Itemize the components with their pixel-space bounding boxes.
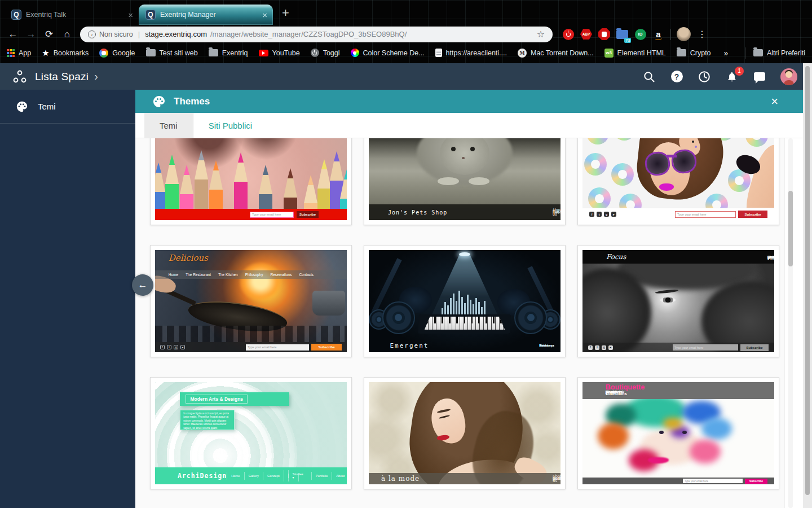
home-button[interactable]: ⌂ xyxy=(60,27,74,42)
spaces-icon xyxy=(12,69,27,84)
left-arrow-icon: ← xyxy=(138,279,148,291)
site-nav-bar: à la mode homeabout usgallery portfolioc… xyxy=(369,473,561,484)
other-bookmarks-folder[interactable]: Altri Preferiti xyxy=(753,49,805,57)
close-panel-icon[interactable]: × xyxy=(771,95,778,108)
site-nav: HomeGalleryConcept Studies ▾ PortfolioAb… xyxy=(227,470,347,481)
tab-exentriq-talk[interactable]: Q Exentriq Talk × xyxy=(5,5,139,25)
bookmark-google[interactable]: Google xyxy=(99,49,135,58)
site-nav-bar: Focus HomeAboutGallery Portfolio ▾ Studi… xyxy=(582,250,774,264)
subscribe-button: Subscribe xyxy=(740,344,769,351)
extensions-area: ABP 7d ID a xyxy=(562,28,665,41)
theme-card-fashion[interactable]: f t g ► Type your email here Subscribe xyxy=(577,138,779,225)
new-tab-button[interactable]: + xyxy=(282,7,289,19)
theme-preview-emergent: Emergent HomeAboutReleases PicturesTours… xyxy=(369,250,561,352)
sidebar-item-temi[interactable]: Temi xyxy=(0,90,135,124)
toggl-icon xyxy=(311,49,319,57)
sessions-extension-icon[interactable]: 7d xyxy=(616,28,629,41)
bookmark-test-siti-web[interactable]: Test siti web xyxy=(146,49,198,57)
bookmark-bookmarks[interactable]: ★Bookmarks xyxy=(42,48,89,58)
star-icon: ★ xyxy=(42,48,49,58)
theme-card-pencils[interactable]: Type your email here Subscribe xyxy=(150,138,352,225)
bookmark-areaclienti[interactable]: https://areaclienti.... xyxy=(435,49,507,57)
page-title[interactable]: Lista Spazi xyxy=(35,71,89,83)
folder-icon xyxy=(753,49,763,56)
url-separator: | xyxy=(138,30,140,38)
browser-profile-avatar[interactable] xyxy=(677,27,691,41)
youtube-icon: ► xyxy=(180,345,185,349)
browser-menu-icon[interactable]: ⋮ xyxy=(698,29,707,40)
tab-exentriq-manager[interactable]: Q Exentriq Manager × xyxy=(139,5,273,25)
bookmarks-overflow-icon[interactable]: » xyxy=(724,49,729,58)
bookmark-crypto[interactable]: Crypto xyxy=(677,49,711,57)
search-icon[interactable] xyxy=(642,70,656,84)
site-logo: Focus xyxy=(606,253,626,261)
bookmark-color-scheme[interactable]: Color Scheme De... xyxy=(351,49,425,57)
bookmarks-bar: App ★Bookmarks Google Test siti web Exen… xyxy=(0,43,812,62)
theme-preview-focus: Focus HomeAboutGallery Portfolio ▾ Studi… xyxy=(582,250,774,352)
adblock-plus-extension-icon[interactable]: ABP xyxy=(580,28,593,41)
site-logo: Delicious xyxy=(169,253,208,263)
theme-card-archidesign[interactable]: Modern Arts & Designs In congue ligula a… xyxy=(150,377,352,489)
tab-temi[interactable]: Temi xyxy=(144,113,193,138)
chat-icon[interactable] xyxy=(753,70,766,84)
theme-card-a-la-mode[interactable]: à la mode homeabout usgallery portfolioc… xyxy=(364,377,566,489)
facebook-icon: f xyxy=(589,212,594,217)
theme-preview-a-la-mode: à la mode homeabout usgallery portfolioc… xyxy=(369,382,561,484)
close-tab-icon[interactable]: × xyxy=(128,10,133,20)
site-nav-bar: Boutiquette Home Collections ▾ LookbookA… xyxy=(582,382,774,399)
forward-button[interactable]: → xyxy=(24,27,38,42)
history-clock-icon[interactable] xyxy=(698,70,711,84)
address-bar[interactable]: i Non sicuro | stage.exentriq.com/manage… xyxy=(80,27,553,42)
browser-toolbar: ← → ⟳ ⌂ i Non sicuro | stage.exentriq.co… xyxy=(0,25,812,43)
bookmark-youtube[interactable]: YouTube xyxy=(259,49,300,57)
folder-icon xyxy=(677,49,686,56)
notifications-bell-icon[interactable]: 1 xyxy=(725,70,739,84)
theme-card-boutiquette[interactable]: Boutiquette Home Collections ▾ LookbookA… xyxy=(577,377,779,489)
email-input: Type your email here xyxy=(683,479,743,483)
twitter-icon: t xyxy=(167,345,171,349)
google-icon xyxy=(99,49,108,58)
m-badge-icon: M xyxy=(518,49,527,58)
tab-strip: Q Exentriq Talk × Q Exentriq Manager × + xyxy=(0,0,812,25)
theme-card-emergent[interactable]: Emergent HomeAboutReleases PicturesTours… xyxy=(364,245,566,357)
blocker-hand-extension-icon[interactable] xyxy=(598,28,611,41)
bookmark-apps[interactable]: App xyxy=(7,49,31,57)
bookmark-toggl[interactable]: Toggl xyxy=(311,49,340,57)
chevron-right-icon[interactable]: › xyxy=(94,70,98,83)
help-icon[interactable]: ? xyxy=(670,70,683,84)
palette-icon xyxy=(16,100,28,113)
bookmark-star-icon[interactable]: ☆ xyxy=(537,29,545,40)
w3-badge-icon: w3 xyxy=(604,49,614,58)
app-header: Lista Spazi › ? 1 xyxy=(0,63,812,90)
info-icon[interactable]: i xyxy=(88,30,96,38)
bookmark-exentriq[interactable]: Exentriq xyxy=(209,49,248,57)
reload-button[interactable]: ⟳ xyxy=(42,27,56,42)
newsletter-bar: f t g ► Type your email here Subscribe xyxy=(155,342,347,352)
twitter-icon: t xyxy=(597,212,602,217)
dropdown-icon: ▾ xyxy=(288,474,299,481)
googleplus-icon: g xyxy=(174,345,178,349)
close-tab-icon[interactable]: × xyxy=(262,10,267,20)
oneid-extension-icon[interactable]: ID xyxy=(634,28,647,41)
youtube-icon xyxy=(259,50,268,56)
theme-card-focus[interactable]: Focus HomeAboutGallery Portfolio ▾ Studi… xyxy=(577,245,779,357)
email-input: Type your email here xyxy=(675,211,736,218)
page-scrollbar-track[interactable] xyxy=(803,63,812,508)
newsletter-bar: f t g ► Type your email here Subscribe xyxy=(582,343,774,352)
tab-title: Exentriq Talk xyxy=(26,11,123,19)
back-button[interactable]: ← xyxy=(6,27,20,42)
power-extension-icon[interactable] xyxy=(562,28,575,41)
theme-card-delicious[interactable]: Delicious HomeThe RestaurantThe Kitchen … xyxy=(150,245,352,357)
themes-grid: Type your email here Subscribe Jo xyxy=(135,138,785,508)
email-input: Type your email here xyxy=(246,344,309,351)
tab-siti-pubblici[interactable]: Siti Pubblici xyxy=(193,113,268,138)
collapse-panel-button[interactable]: ← xyxy=(132,274,153,296)
bookmark-mac-torrent[interactable]: MMac Torrent Down... xyxy=(518,49,594,58)
amazon-extension-icon[interactable]: a xyxy=(652,28,665,41)
bookmark-elementi-html[interactable]: w3Elementi HTML xyxy=(604,49,666,58)
theme-card-pets-shop[interactable]: Jon's Pets Shop HomeAbout UsFAQ xyxy=(364,138,566,225)
user-avatar[interactable] xyxy=(780,68,797,85)
panel-scrollbar-thumb[interactable] xyxy=(788,191,793,266)
security-label: Non sicuro xyxy=(99,30,133,38)
page-scrollbar-thumb[interactable] xyxy=(805,66,810,495)
